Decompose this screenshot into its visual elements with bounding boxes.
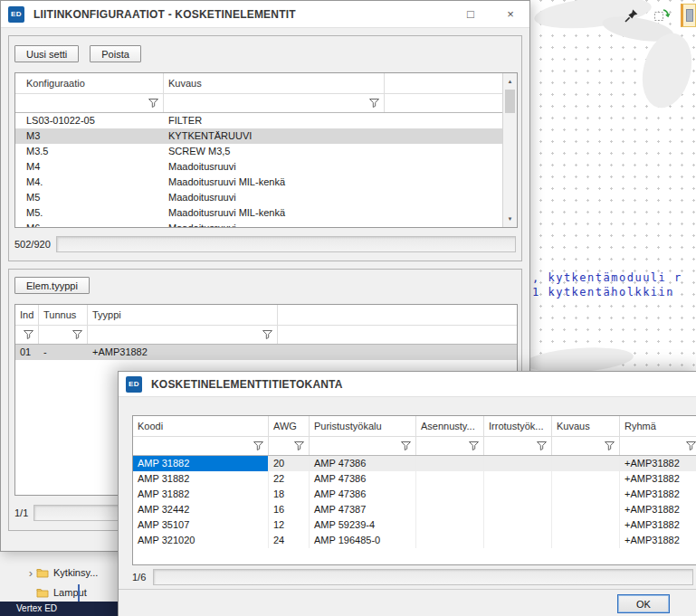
cell-awg: 22 [269, 471, 310, 487]
cell-kuvaus: Maadoitusruuvi [164, 190, 385, 205]
cell-awg: 20 [269, 456, 310, 471]
cell-puristustyokalu: AMP 47386 [310, 471, 416, 487]
table-row-selected[interactable]: 01 - +AMP31882 [15, 345, 517, 360]
filter-icon[interactable] [603, 440, 616, 452]
cell-puristustyokalu: AMP 47387 [310, 502, 416, 517]
filter-icon[interactable] [22, 328, 35, 341]
column-header-puristustyokalu[interactable]: Puristustyökalu [310, 416, 416, 436]
filter-icon[interactable] [367, 97, 381, 109]
column-header-tunnus[interactable]: Tunnus [39, 305, 88, 325]
table-row[interactable]: LS03-01022-05 FILTER [15, 113, 517, 128]
table-row-selected[interactable]: AMP 31882 20 AMP 47386 +AMP31882 [133, 456, 696, 471]
dialog2-title: KOSKETINELEMENTTITIETOKANTA [151, 378, 343, 391]
database-status-row: 1/6 [132, 569, 693, 585]
element-table-header: Ind Tunnus Tyyppi [15, 305, 517, 345]
cell-konfiguraatio: LS03-01022-05 [15, 113, 164, 128]
record-count: 502/920 [14, 239, 51, 250]
pushpin-button[interactable] [619, 4, 643, 27]
dialog2-titlebar[interactable]: ED KOSKETINELEMENTTITIETOKANTA [119, 372, 696, 397]
cell-koodi: AMP 321020 [133, 533, 269, 548]
cell-konfiguraatio: M5. [15, 205, 164, 221]
column-header-kuvaus[interactable]: Kuvaus [164, 73, 385, 93]
cell-irrotustyokalu [484, 487, 552, 502]
tree-item-kytkinsy[interactable]: › Kytkinsy... [0, 563, 118, 583]
column-header-awg[interactable]: AWG [269, 416, 310, 436]
cell-ryhma: +AMP31882 [620, 502, 696, 517]
project-tree-panel: › Kytkinsy... Lamput [0, 552, 118, 602]
panel-splitter[interactable] [78, 584, 80, 602]
cell-awg: 18 [269, 487, 310, 502]
tree-item-lamput[interactable]: Lamput [0, 583, 118, 602]
ok-button[interactable]: OK [617, 594, 670, 613]
table-row[interactable]: AMP 31882 18 AMP 47386 +AMP31882 [133, 487, 696, 502]
filter-cell [416, 437, 484, 455]
cell-awg: 16 [269, 502, 310, 517]
scroll-up-icon[interactable]: ▲ [503, 74, 517, 89]
cell-puristustyokalu: AMP 196485-0 [310, 533, 416, 548]
cell-konfiguraatio: M3.5 [15, 144, 164, 159]
delete-button[interactable]: Poista [90, 45, 141, 62]
column-header-ind[interactable]: Ind [15, 305, 39, 325]
maximize-button[interactable]: □ [455, 1, 486, 27]
cell-koodi: AMP 32442 [133, 502, 269, 517]
table-row[interactable]: M5. Maadoitusruuvi MIL-kenkä [15, 205, 517, 221]
filter-cell [484, 437, 552, 455]
table-row[interactable]: M5 Maadoitusruuvi [15, 190, 517, 205]
cell-irrotustyokalu [484, 471, 552, 487]
close-button[interactable]: × [495, 1, 526, 27]
filter-icon[interactable] [399, 440, 413, 452]
chevron-expand-icon[interactable]: › [25, 566, 36, 580]
column-header-asennustyokalu[interactable]: Asennusty... [416, 416, 484, 436]
filter-cell [278, 326, 517, 344]
cell-koodi: AMP 31882 [133, 456, 269, 471]
clipped-tool-button[interactable] [681, 4, 696, 27]
dialog1-titlebar[interactable]: ED LIITINKONFIGURAATIOT - KOSKETINELEMEN… [1, 1, 529, 28]
column-header-kuvaus[interactable]: Kuvaus [552, 416, 620, 436]
table-row[interactable]: AMP 31882 22 AMP 47386 +AMP31882 [133, 471, 696, 487]
table-row-selected[interactable]: M3 KYTKENTÄRUUVI [15, 128, 517, 144]
cell-asennustyokalu [416, 502, 484, 517]
column-header-koodi[interactable]: Koodi [133, 416, 269, 436]
config-table: Konfiguraatio Kuvaus [14, 72, 518, 228]
filter-icon[interactable] [147, 97, 160, 109]
column-header-tyyppi[interactable]: Tyyppi [88, 305, 278, 325]
table-row[interactable]: M4. Maadoitusruuvi MIL-kenkä [15, 175, 517, 190]
filter-icon[interactable] [292, 440, 306, 452]
table-row[interactable]: AMP 321020 24 AMP 196485-0 +AMP31882 [133, 533, 696, 548]
table-row[interactable]: M6 Maadoitusruuvi [15, 221, 517, 228]
filter-icon[interactable] [684, 440, 696, 452]
element-table-body: 01 - +AMP31882 [15, 345, 517, 360]
filter-icon[interactable] [535, 440, 548, 452]
taskbar-app-label: Vertex ED [16, 603, 57, 613]
refresh-selection-button[interactable] [650, 4, 673, 27]
new-set-button[interactable]: Uusi setti [14, 45, 79, 62]
cell-ryhma: +AMP31882 [620, 487, 696, 502]
app-logo: ED [8, 6, 24, 23]
tree-item-label: Kytkinsy... [53, 567, 98, 578]
table-row[interactable]: AMP 35107 12 AMP 59239-4 +AMP31882 [133, 517, 696, 533]
top-toolbar [619, 3, 696, 28]
table-row[interactable]: M4 Maadoitusruuvi [15, 159, 517, 175]
table-row[interactable]: AMP 32442 16 AMP 47387 +AMP31882 [133, 502, 696, 517]
filter-icon[interactable] [252, 440, 265, 452]
scrollbar-thumb[interactable] [505, 90, 515, 113]
column-header-irrotustyokalu[interactable]: Irrotustyök... [484, 416, 552, 436]
tree-item-label: Lamput [53, 587, 87, 598]
config-groupbox: Uusi setti Poista Konfiguraatio Kuvaus [8, 35, 522, 261]
scroll-down-icon[interactable]: ▼ [503, 212, 517, 226]
window-buttons: □ × [455, 1, 526, 27]
column-header-konfiguraatio[interactable]: Konfiguraatio [15, 73, 164, 93]
cell-tyyppi: +AMP31882 [88, 345, 278, 360]
cell-kuvaus: Maadoitusruuvi MIL-kenkä [164, 175, 385, 190]
elem-type-button[interactable]: Elem.tyyppi [14, 277, 90, 294]
table-row[interactable]: M3.5 SCREW M3,5 [15, 144, 517, 159]
filter-icon[interactable] [467, 440, 481, 452]
cell-kuvaus [552, 533, 620, 548]
filter-icon[interactable] [71, 328, 84, 341]
filter-icon[interactable] [261, 328, 274, 341]
cell-asennustyokalu [416, 471, 484, 487]
cell-kuvaus [552, 456, 620, 471]
cell-asennustyokalu [416, 533, 484, 548]
column-header-ryhma[interactable]: Ryhmä [620, 416, 696, 436]
vertical-scrollbar[interactable]: ▲ ▼ [502, 73, 517, 227]
